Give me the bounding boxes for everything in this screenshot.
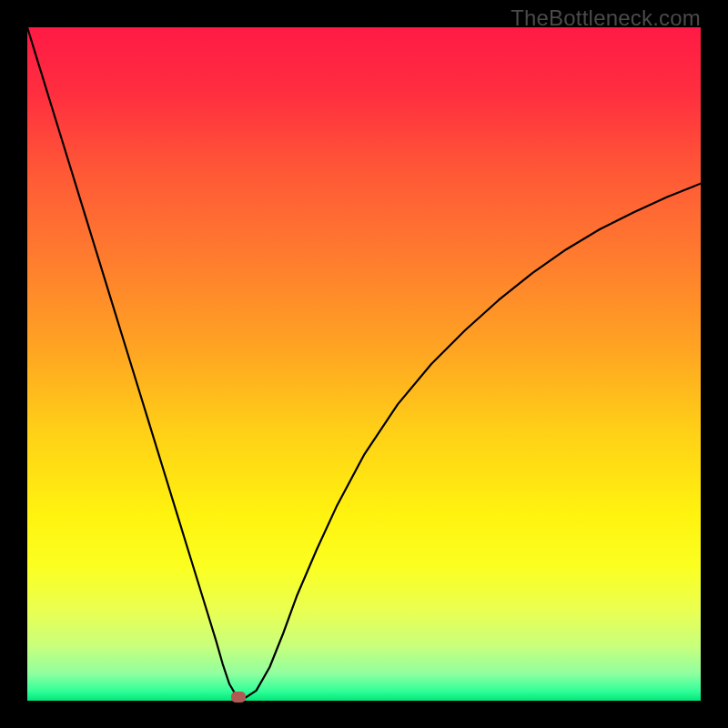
plot-area xyxy=(27,27,701,701)
watermark-text: TheBottleneck.com xyxy=(511,5,701,31)
minimum-marker xyxy=(231,692,246,703)
chart-container: TheBottleneck.com xyxy=(0,0,728,728)
bottleneck-curve xyxy=(27,27,701,701)
